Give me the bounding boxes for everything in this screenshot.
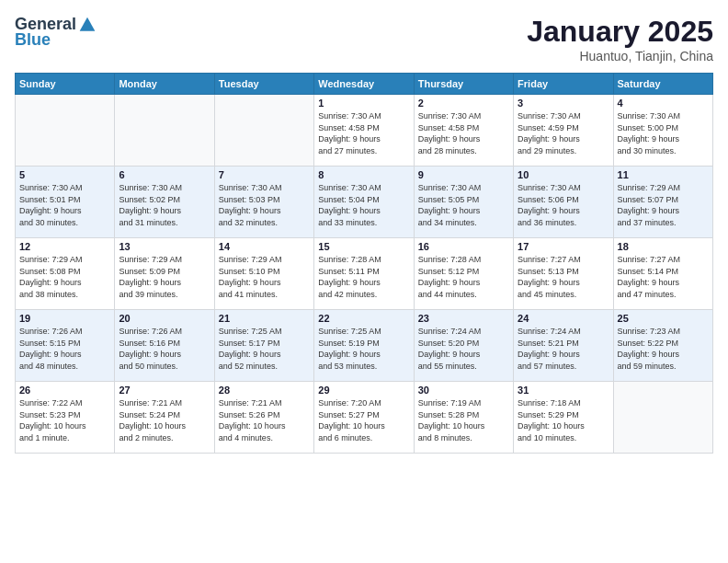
calendar-cell-w3-d3: 14Sunrise: 7:29 AM Sunset: 5:10 PM Dayli… <box>214 238 313 310</box>
calendar-week-1: 1Sunrise: 7:30 AM Sunset: 4:58 PM Daylig… <box>16 95 713 167</box>
day-number: 14 <box>219 241 310 252</box>
calendar-cell-w5-d6: 31Sunrise: 7:18 AM Sunset: 5:29 PM Dayli… <box>514 382 613 454</box>
col-saturday: Saturday <box>613 74 712 95</box>
calendar-cell-w5-d3: 28Sunrise: 7:21 AM Sunset: 5:26 PM Dayli… <box>214 382 313 454</box>
calendar-cell-w4-d2: 20Sunrise: 7:26 AM Sunset: 5:16 PM Dayli… <box>115 310 214 382</box>
calendar-cell-w3-d4: 15Sunrise: 7:28 AM Sunset: 5:11 PM Dayli… <box>314 238 414 310</box>
day-info: Sunrise: 7:26 AM Sunset: 5:15 PM Dayligh… <box>19 326 110 372</box>
day-number: 17 <box>518 241 609 252</box>
day-number: 9 <box>418 169 509 180</box>
day-info: Sunrise: 7:23 AM Sunset: 5:22 PM Dayligh… <box>618 326 709 372</box>
calendar-cell-w2-d4: 8Sunrise: 7:30 AM Sunset: 5:04 PM Daylig… <box>314 167 414 238</box>
day-info: Sunrise: 7:30 AM Sunset: 5:03 PM Dayligh… <box>219 182 310 228</box>
logo: General Blue <box>15 15 97 50</box>
day-info: Sunrise: 7:30 AM Sunset: 4:59 PM Dayligh… <box>518 110 609 156</box>
day-info: Sunrise: 7:20 AM Sunset: 5:27 PM Dayligh… <box>318 397 409 443</box>
day-info: Sunrise: 7:29 AM Sunset: 5:07 PM Dayligh… <box>618 182 709 228</box>
day-number: 8 <box>318 169 409 180</box>
day-info: Sunrise: 7:21 AM Sunset: 5:24 PM Dayligh… <box>119 397 210 443</box>
day-number: 11 <box>618 169 709 180</box>
day-number: 16 <box>418 241 509 252</box>
calendar-cell-w3-d1: 12Sunrise: 7:29 AM Sunset: 5:08 PM Dayli… <box>16 238 115 310</box>
calendar-cell-w2-d7: 11Sunrise: 7:29 AM Sunset: 5:07 PM Dayli… <box>613 167 712 238</box>
calendar-cell-w3-d2: 13Sunrise: 7:29 AM Sunset: 5:09 PM Dayli… <box>115 238 214 310</box>
day-info: Sunrise: 7:29 AM Sunset: 5:08 PM Dayligh… <box>19 254 110 300</box>
calendar-cell-w4-d1: 19Sunrise: 7:26 AM Sunset: 5:15 PM Dayli… <box>16 310 115 382</box>
calendar-cell-w2-d2: 6Sunrise: 7:30 AM Sunset: 5:02 PM Daylig… <box>115 167 214 238</box>
day-number: 21 <box>219 313 310 324</box>
day-info: Sunrise: 7:19 AM Sunset: 5:28 PM Dayligh… <box>418 397 509 443</box>
day-number: 18 <box>618 241 709 252</box>
calendar-week-2: 5Sunrise: 7:30 AM Sunset: 5:01 PM Daylig… <box>16 167 713 238</box>
calendar-cell-w4-d5: 23Sunrise: 7:24 AM Sunset: 5:20 PM Dayli… <box>414 310 513 382</box>
day-info: Sunrise: 7:30 AM Sunset: 5:00 PM Dayligh… <box>618 110 709 156</box>
calendar-cell-w5-d1: 26Sunrise: 7:22 AM Sunset: 5:23 PM Dayli… <box>16 382 115 454</box>
calendar-cell-w5-d2: 27Sunrise: 7:21 AM Sunset: 5:24 PM Dayli… <box>115 382 214 454</box>
day-info: Sunrise: 7:21 AM Sunset: 5:26 PM Dayligh… <box>219 397 310 443</box>
day-number: 29 <box>318 385 409 396</box>
calendar-cell-w2-d3: 7Sunrise: 7:30 AM Sunset: 5:03 PM Daylig… <box>214 167 313 238</box>
day-info: Sunrise: 7:27 AM Sunset: 5:14 PM Dayligh… <box>618 254 709 300</box>
calendar-cell-w4-d4: 22Sunrise: 7:25 AM Sunset: 5:19 PM Dayli… <box>314 310 414 382</box>
day-number: 5 <box>19 169 110 180</box>
day-number: 22 <box>318 313 409 324</box>
calendar-cell-w3-d6: 17Sunrise: 7:27 AM Sunset: 5:13 PM Dayli… <box>514 238 613 310</box>
day-number: 23 <box>418 313 509 324</box>
day-number: 7 <box>219 169 310 180</box>
day-number: 13 <box>119 241 210 252</box>
calendar-cell-w2-d1: 5Sunrise: 7:30 AM Sunset: 5:01 PM Daylig… <box>16 167 115 238</box>
day-number: 3 <box>518 98 609 109</box>
day-info: Sunrise: 7:25 AM Sunset: 5:17 PM Dayligh… <box>219 326 310 372</box>
day-info: Sunrise: 7:25 AM Sunset: 5:19 PM Dayligh… <box>318 326 409 372</box>
calendar-header-row: Sunday Monday Tuesday Wednesday Thursday… <box>16 74 713 95</box>
calendar-cell-w3-d5: 16Sunrise: 7:28 AM Sunset: 5:12 PM Dayli… <box>414 238 513 310</box>
calendar-cell-w1-d4: 1Sunrise: 7:30 AM Sunset: 4:58 PM Daylig… <box>314 95 414 167</box>
svg-marker-0 <box>80 17 96 30</box>
day-info: Sunrise: 7:30 AM Sunset: 5:01 PM Dayligh… <box>19 182 110 228</box>
col-sunday: Sunday <box>16 74 115 95</box>
day-info: Sunrise: 7:29 AM Sunset: 5:09 PM Dayligh… <box>119 254 210 300</box>
day-number: 1 <box>318 98 409 109</box>
day-number: 6 <box>119 169 210 180</box>
day-info: Sunrise: 7:28 AM Sunset: 5:11 PM Dayligh… <box>318 254 409 300</box>
day-info: Sunrise: 7:30 AM Sunset: 5:06 PM Dayligh… <box>518 182 609 228</box>
calendar-cell-w1-d7: 4Sunrise: 7:30 AM Sunset: 5:00 PM Daylig… <box>613 95 712 167</box>
calendar-cell-w4-d6: 24Sunrise: 7:24 AM Sunset: 5:21 PM Dayli… <box>514 310 613 382</box>
day-number: 10 <box>518 169 609 180</box>
location: Huantuo, Tianjin, China <box>527 49 713 63</box>
calendar-cell-w1-d6: 3Sunrise: 7:30 AM Sunset: 4:59 PM Daylig… <box>514 95 613 167</box>
day-info: Sunrise: 7:22 AM Sunset: 5:23 PM Dayligh… <box>19 397 110 443</box>
calendar-cell-w3-d7: 18Sunrise: 7:27 AM Sunset: 5:14 PM Dayli… <box>613 238 712 310</box>
calendar-table: Sunday Monday Tuesday Wednesday Thursday… <box>15 73 713 454</box>
day-number: 20 <box>119 313 210 324</box>
calendar-cell-w2-d5: 9Sunrise: 7:30 AM Sunset: 5:05 PM Daylig… <box>414 167 513 238</box>
day-number: 12 <box>19 241 110 252</box>
day-number: 25 <box>618 313 709 324</box>
day-info: Sunrise: 7:28 AM Sunset: 5:12 PM Dayligh… <box>418 254 509 300</box>
day-info: Sunrise: 7:30 AM Sunset: 4:58 PM Dayligh… <box>418 110 509 156</box>
day-info: Sunrise: 7:30 AM Sunset: 5:02 PM Dayligh… <box>119 182 210 228</box>
logo-icon <box>78 16 97 34</box>
col-tuesday: Tuesday <box>214 74 313 95</box>
calendar-cell-w5-d4: 29Sunrise: 7:20 AM Sunset: 5:27 PM Dayli… <box>314 382 414 454</box>
calendar-week-3: 12Sunrise: 7:29 AM Sunset: 5:08 PM Dayli… <box>16 238 713 310</box>
day-number: 19 <box>19 313 110 324</box>
col-thursday: Thursday <box>414 74 513 95</box>
day-info: Sunrise: 7:24 AM Sunset: 5:21 PM Dayligh… <box>518 326 609 372</box>
col-wednesday: Wednesday <box>314 74 414 95</box>
calendar-cell-w5-d7 <box>613 382 712 454</box>
month-title: January 2025 <box>527 15 713 49</box>
calendar-cell-w1-d5: 2Sunrise: 7:30 AM Sunset: 4:58 PM Daylig… <box>414 95 513 167</box>
day-info: Sunrise: 7:30 AM Sunset: 5:04 PM Dayligh… <box>318 182 409 228</box>
day-info: Sunrise: 7:30 AM Sunset: 5:05 PM Dayligh… <box>418 182 509 228</box>
day-number: 15 <box>318 241 409 252</box>
calendar-cell-w1-d3 <box>214 95 313 167</box>
calendar-cell-w5-d5: 30Sunrise: 7:19 AM Sunset: 5:28 PM Dayli… <box>414 382 513 454</box>
calendar-cell-w4-d7: 25Sunrise: 7:23 AM Sunset: 5:22 PM Dayli… <box>613 310 712 382</box>
col-monday: Monday <box>115 74 214 95</box>
calendar-week-5: 26Sunrise: 7:22 AM Sunset: 5:23 PM Dayli… <box>16 382 713 454</box>
calendar-cell-w1-d2 <box>115 95 214 167</box>
header: General Blue January 2025 Huantuo, Tianj… <box>15 15 713 63</box>
day-number: 26 <box>19 385 110 396</box>
logo-blue: Blue <box>15 30 51 50</box>
